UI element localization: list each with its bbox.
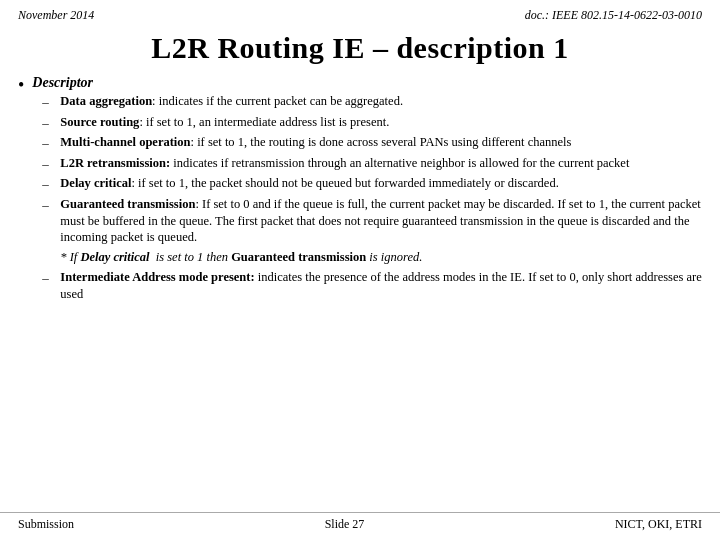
dash-icon: –: [42, 175, 56, 193]
header: November 2014 doc.: IEEE 802.15-14-0622-…: [0, 0, 720, 27]
footer-center: Slide 27: [325, 517, 365, 532]
dash-icon: –: [42, 93, 56, 111]
dash-icon: –: [42, 114, 56, 132]
bullet-icon: •: [18, 73, 24, 98]
term: L2R retransmission:: [60, 156, 170, 170]
footer-right: NICT, OKI, ETRI: [615, 517, 702, 532]
descriptor-label: Descriptor: [32, 75, 702, 91]
list-item: – Intermediate Address mode present: ind…: [42, 269, 702, 303]
list-item: – Data aggregation: indicates if the cur…: [42, 93, 702, 111]
descriptor-section: • Descriptor – Data aggregation: indicat…: [18, 75, 702, 306]
header-left: November 2014: [18, 8, 94, 23]
item-text: Intermediate Address mode present: indic…: [60, 269, 702, 303]
footer-left: Submission: [18, 517, 74, 532]
item-text: Data aggregation: indicates if the curre…: [60, 93, 702, 110]
dash-icon: –: [42, 155, 56, 173]
page-title: L2R Routing IE – description 1: [0, 27, 720, 73]
term: Guaranteed transmission: [60, 197, 195, 211]
list-item: – Guaranteed transmission: If set to 0 a…: [42, 196, 702, 247]
descriptor-content: Descriptor – Data aggregation: indicates…: [32, 75, 702, 306]
item-text: Guaranteed transmission: If set to 0 and…: [60, 196, 702, 247]
list-item: – Source routing: if set to 1, an interm…: [42, 114, 702, 132]
term: Multi-channel operation: [60, 135, 190, 149]
item-text: Multi-channel operation: if set to 1, th…: [60, 134, 702, 151]
dash-icon: –: [42, 269, 56, 287]
content-area: • Descriptor – Data aggregation: indicat…: [0, 73, 720, 306]
note-line: * If Delay critical is set to 1 then Gua…: [60, 249, 702, 266]
dash-list-2: – Intermediate Address mode present: ind…: [32, 269, 702, 303]
list-item: – Delay critical: if set to 1, the packe…: [42, 175, 702, 193]
dash-list: – Data aggregation: indicates if the cur…: [32, 93, 702, 246]
item-text: Delay critical: if set to 1, the packet …: [60, 175, 702, 192]
item-text: L2R retransmission: indicates if retrans…: [60, 155, 702, 172]
dash-icon: –: [42, 134, 56, 152]
term: Delay critical: [60, 176, 131, 190]
term: Intermediate Address mode present:: [60, 270, 254, 284]
term: Source routing: [60, 115, 139, 129]
header-right: doc.: IEEE 802.15-14-0622-03-0010: [525, 8, 702, 23]
term: Data aggregation: [60, 94, 152, 108]
dash-icon: –: [42, 196, 56, 214]
footer: Submission Slide 27 NICT, OKI, ETRI: [0, 512, 720, 532]
list-item: – Multi-channel operation: if set to 1, …: [42, 134, 702, 152]
list-item: – L2R retransmission: indicates if retra…: [42, 155, 702, 173]
item-text: Source routing: if set to 1, an intermed…: [60, 114, 702, 131]
